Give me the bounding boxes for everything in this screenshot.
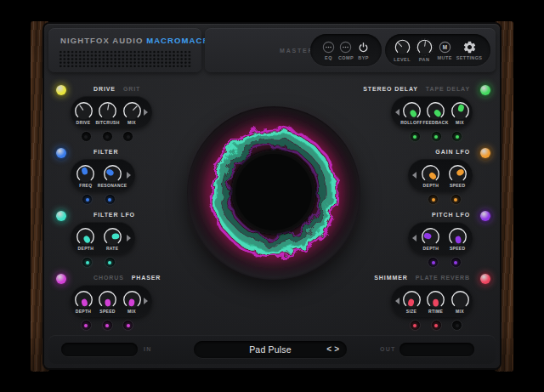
pan-knob[interactable]: PAN xyxy=(416,38,434,62)
master-control-group: LEVEL PAN M MUTE xyxy=(385,34,490,66)
knob-resonance[interactable]: RESONANCE xyxy=(101,163,124,188)
knob-panel: DEPTH SPEED xyxy=(408,159,473,191)
module-tabs: STEREO DELAY TAPE DELAY xyxy=(363,86,470,92)
knob-depth[interactable]: DEPTH xyxy=(74,226,97,251)
expand-arrow-icon[interactable] xyxy=(412,172,416,179)
slot-button[interactable] xyxy=(450,194,462,205)
module-tabs: DRIVE GRIT xyxy=(94,86,140,92)
expand-arrow-icon[interactable] xyxy=(144,109,148,116)
preset-prev-button[interactable]: < xyxy=(326,344,332,355)
knob-label: DEPTH xyxy=(423,183,439,188)
tab-filter[interactable]: FILTER xyxy=(94,149,118,155)
tab-tape-delay[interactable]: TAPE DELAY xyxy=(426,86,470,92)
bypass-button[interactable]: BYP xyxy=(356,40,371,60)
settings-button[interactable]: SETTINGS xyxy=(456,40,483,60)
eq-button[interactable]: EQ xyxy=(321,40,336,60)
slot-button[interactable] xyxy=(450,257,462,268)
tab-gain-lfo[interactable]: GAIN LFO xyxy=(435,149,470,155)
slot-button[interactable] xyxy=(82,194,93,205)
knob-label: RESONANCE xyxy=(98,183,128,188)
output-level-meter xyxy=(400,343,474,356)
slot-button[interactable] xyxy=(451,320,462,331)
tab-grit[interactable]: GRIT xyxy=(123,86,140,92)
knob-label: ROLLOFF xyxy=(400,120,422,125)
knob-freq[interactable]: FREQ xyxy=(74,163,97,188)
knob-rolloff[interactable]: ROLLOFF xyxy=(400,100,423,125)
knob-speed[interactable]: SPEED xyxy=(96,289,119,314)
expand-arrow-icon[interactable] xyxy=(144,298,148,304)
knob-rate[interactable]: RATE xyxy=(101,226,124,251)
tab-chorus[interactable]: CHORUS xyxy=(94,275,124,281)
expand-arrow-icon[interactable] xyxy=(395,298,400,304)
preset-next-button[interactable]: > xyxy=(334,344,339,355)
mute-button[interactable]: M MUTE xyxy=(438,40,452,60)
slot-button[interactable] xyxy=(410,320,421,331)
knob-mix[interactable]: MIX xyxy=(449,100,472,125)
tab-pitch-lfo[interactable]: PITCH LFO xyxy=(432,212,470,218)
knob-mix[interactable]: MIX xyxy=(121,100,144,125)
tab-stereo-delay[interactable]: STEREO DELAY xyxy=(363,86,418,92)
knob-bitcrush[interactable]: BITCRUSH xyxy=(96,100,119,125)
knob-depth[interactable]: DEPTH xyxy=(72,289,95,314)
knob-drive[interactable]: DRIVE xyxy=(72,100,95,125)
slot-button[interactable] xyxy=(122,131,133,142)
slot-button[interactable] xyxy=(102,320,113,331)
knob-label: FREQ xyxy=(79,183,92,188)
knob-rtime[interactable]: RTIME xyxy=(424,289,447,314)
knob-panel: SIZE RTIME MIX xyxy=(391,285,473,317)
module-led xyxy=(480,85,490,95)
reactor-visualization xyxy=(187,106,360,280)
knob-label: SPEED xyxy=(450,246,465,251)
slot-buttons xyxy=(71,257,135,268)
tab-shimmer[interactable]: SHIMMER xyxy=(374,275,407,281)
knob-mix[interactable]: MIX xyxy=(121,289,144,314)
knob-speed[interactable]: SPEED xyxy=(446,163,469,188)
tab-plate-reverb[interactable]: PLATE REVERB xyxy=(416,275,470,281)
comp-button[interactable]: COMP xyxy=(338,40,354,60)
slot-button[interactable] xyxy=(431,320,442,331)
slot-button[interactable] xyxy=(102,131,113,142)
knob-label: DEPTH xyxy=(78,246,94,251)
preset-selector[interactable]: Pad Pulse < > xyxy=(194,341,347,358)
footer-bar: IN Pad Pulse < > OUT xyxy=(48,335,496,364)
knob-depth[interactable]: DEPTH xyxy=(419,163,442,188)
knob-label: MIX xyxy=(128,309,136,314)
tab-filter-lfo[interactable]: FILTER LFO xyxy=(94,212,135,218)
expand-arrow-icon[interactable] xyxy=(127,172,131,179)
level-label: LEVEL xyxy=(394,57,411,62)
reactor-ring-graphic xyxy=(187,106,360,280)
slot-button[interactable] xyxy=(431,131,442,142)
expand-arrow-icon[interactable] xyxy=(395,109,400,116)
level-knob[interactable]: LEVEL xyxy=(394,38,411,62)
slot-button[interactable] xyxy=(81,320,92,331)
slot-button[interactable] xyxy=(428,257,439,268)
knob-size[interactable]: SIZE xyxy=(400,289,423,314)
expand-arrow-icon[interactable] xyxy=(127,235,131,241)
knob-label: DRIVE xyxy=(76,120,91,125)
module-led xyxy=(56,148,66,158)
expand-arrow-icon[interactable] xyxy=(412,235,416,241)
header-master-panel: MASTER EQ COMP xyxy=(205,28,496,72)
slot-button[interactable] xyxy=(410,131,421,142)
module-tabs: GAIN LFO xyxy=(435,149,470,155)
module-tabs: CHORUS PHASER xyxy=(94,275,161,281)
slot-button[interactable] xyxy=(122,320,133,331)
comp-label: COMP xyxy=(338,55,354,60)
slot-button[interactable] xyxy=(81,131,92,142)
slot-button[interactable] xyxy=(428,194,439,205)
slot-button[interactable] xyxy=(451,131,462,142)
tab-phaser[interactable]: PHASER xyxy=(132,275,162,281)
slot-button[interactable] xyxy=(105,194,116,205)
slot-buttons xyxy=(391,320,473,331)
slot-button[interactable] xyxy=(82,257,93,268)
knob-label: FEEDBACK xyxy=(422,120,448,125)
knob-depth[interactable]: DEPTH xyxy=(419,226,442,251)
slot-button[interactable] xyxy=(105,257,116,268)
tab-drive[interactable]: DRIVE xyxy=(94,86,116,92)
module-led xyxy=(56,274,66,284)
knob-feedback[interactable]: FEEDBACK xyxy=(424,100,447,125)
knob-speed[interactable]: SPEED xyxy=(446,226,469,251)
module-led xyxy=(480,148,490,158)
three-dots-icon xyxy=(321,40,336,54)
knob-mix[interactable]: MIX xyxy=(449,289,472,314)
